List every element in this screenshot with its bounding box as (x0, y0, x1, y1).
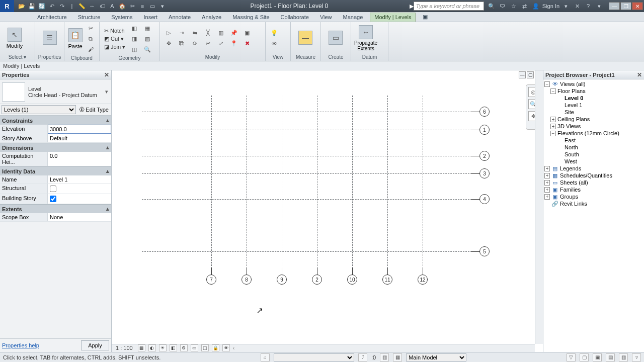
cut-button[interactable]: ◩Cut ▾ (103, 35, 127, 43)
measure-button[interactable]: — (294, 23, 317, 53)
expand-icon[interactable]: − (544, 81, 550, 87)
move-icon[interactable]: ✥ (163, 39, 174, 49)
shadows-icon[interactable]: ◧ (170, 344, 177, 351)
browser-close-icon[interactable]: ✕ (637, 71, 642, 78)
infocenter-icon[interactable]: 🔍 (487, 2, 496, 11)
elevation-input[interactable] (48, 125, 111, 134)
geom-e-icon[interactable]: ▨ (142, 34, 153, 44)
edit-type-button[interactable]: 🛈Edit Type (78, 106, 110, 113)
rotate-icon[interactable]: ⟳ (189, 39, 200, 49)
properties-button[interactable]: ☰ (38, 23, 61, 53)
measure-icon[interactable]: 📏 (77, 2, 87, 11)
sync-icon[interactable]: 🔄 (37, 2, 46, 11)
comp-height-value[interactable]: 0.0 (48, 152, 111, 160)
node-legends[interactable]: Legends (560, 165, 581, 171)
expand-icon[interactable]: + (550, 117, 556, 122)
expand-icon[interactable]: + (550, 124, 556, 129)
status-d-icon[interactable]: ▦ (393, 353, 402, 361)
copy-clipboard-icon[interactable]: ⧉ (85, 34, 96, 44)
reveal-icon[interactable]: 👁 (222, 344, 230, 351)
paste-button[interactable]: 📋Paste (67, 24, 83, 54)
tab-extra-icon[interactable]: ▣ (419, 13, 432, 22)
3d-icon[interactable]: 🏠 (118, 2, 127, 11)
geom-b-icon[interactable]: ◨ (129, 34, 140, 44)
view-max-icon[interactable]: ▢ (527, 71, 534, 78)
node-views[interactable]: Views (all) (560, 81, 586, 87)
undo-icon[interactable]: ↶ (47, 2, 56, 11)
collapse-icon[interactable]: ▴ (106, 117, 109, 124)
dimension-icon[interactable]: ↔ (88, 2, 97, 11)
help-dd-icon[interactable]: ▾ (595, 2, 604, 11)
view-scale[interactable]: 1 : 100 (114, 345, 135, 351)
node-groups[interactable]: Groups (560, 194, 578, 200)
name-value[interactable]: Level 1 (48, 175, 111, 184)
collapse-icon2[interactable]: ▴ (106, 144, 109, 151)
crop-icon[interactable]: ▭ (191, 344, 198, 351)
mirror-icon[interactable]: ⇋ (189, 28, 200, 38)
filter-icon[interactable]: ▽ (567, 353, 576, 361)
view-min-icon[interactable]: — (519, 71, 526, 78)
communicate-icon[interactable]: 🗨 (498, 2, 507, 11)
node-schedules[interactable]: Schedules/Quantities (560, 172, 612, 178)
grid-bubble[interactable]: 11 (382, 275, 392, 285)
section-icon[interactable]: ✂ (128, 2, 137, 11)
workset-combo[interactable]: Main Model (406, 353, 466, 361)
switch-window-icon[interactable]: ▾ (158, 2, 167, 11)
notch-button[interactable]: ✂Notch (103, 27, 127, 35)
node-3d[interactable]: 3D Views (557, 123, 581, 129)
match-icon[interactable]: 🖌 (85, 44, 96, 54)
node-site[interactable]: Site (565, 109, 574, 115)
thin-lines-icon[interactable]: ≡ (138, 2, 147, 11)
open-icon[interactable]: 📂 (17, 2, 26, 11)
grid-bubble[interactable]: 10 (347, 275, 357, 285)
delete-icon[interactable]: ✖ (242, 39, 253, 49)
expand-icon[interactable]: − (550, 88, 556, 94)
tab-analyze[interactable]: Analyze (198, 13, 225, 22)
search-input[interactable]: Type a keyword or phrase (414, 2, 484, 11)
properties-close-icon[interactable]: ✕ (104, 71, 109, 78)
expand-icon[interactable]: + (544, 166, 550, 171)
tab-insert[interactable]: Insert (140, 13, 162, 22)
status-b-icon[interactable]: ⤴ (358, 353, 367, 361)
save-icon[interactable]: 💾 (27, 2, 36, 11)
close-views-icon[interactable]: ▭ (148, 2, 157, 11)
properties-help-link[interactable]: Properties help (2, 342, 39, 348)
minimize-button[interactable]: — (609, 2, 620, 10)
grid-bubble[interactable]: 8 (242, 275, 252, 285)
pin-icon[interactable]: 📌 (228, 28, 239, 38)
split-icon[interactable]: ✂ (202, 39, 213, 49)
close-app-icon[interactable]: ✕ (573, 2, 582, 11)
tab-modify-levels[interactable]: Modify | Levels (370, 13, 416, 22)
grid-bubble[interactable]: 1 (479, 125, 490, 135)
status-combo1[interactable] (274, 353, 354, 361)
propagate-extents-button[interactable]: ↔Propagate Extents (354, 23, 377, 53)
node-sheets[interactable]: Sheets (all) (560, 179, 588, 186)
vertical-scrollbar[interactable] (535, 70, 543, 344)
status-g-icon[interactable]: ▤ (606, 353, 615, 361)
geom-a-icon[interactable]: ◧ (129, 23, 140, 33)
drawing-area[interactable]: 6123457892101112 — ▢ ✕ ◎ 🔍 ✥ 1 : 100 ▦ ◐… (112, 70, 543, 352)
status-c-icon[interactable]: ▥ (380, 353, 389, 361)
trim-icon[interactable]: ╳ (202, 28, 213, 38)
render-icon[interactable]: ⚙ (180, 344, 188, 351)
create-button[interactable]: ▭ (324, 23, 347, 53)
node-families[interactable]: Families (560, 187, 581, 193)
align-icon[interactable]: ▷ (163, 28, 174, 38)
app-logo[interactable]: R (0, 0, 14, 12)
geom-d-icon[interactable]: ▦ (142, 23, 153, 33)
offset-icon[interactable]: ⇥ (176, 28, 187, 38)
signin-label[interactable]: Sign In (542, 3, 559, 9)
grid-bubble[interactable]: 5 (479, 246, 490, 256)
expand-icon[interactable]: + (544, 194, 550, 200)
close-button[interactable]: ✕ (632, 2, 643, 10)
help-icon[interactable]: ? (584, 2, 593, 11)
story-above-value[interactable]: Default (48, 134, 111, 142)
modify-tool[interactable]: ↖Modify (3, 23, 26, 53)
redo-icon[interactable]: ↷ (57, 2, 66, 11)
scale-icon[interactable]: ⤢ (215, 39, 226, 49)
grid-bubble[interactable]: 2 (312, 275, 322, 285)
user-icon[interactable]: 👤 (531, 2, 540, 11)
group-icon[interactable]: ▣ (242, 28, 253, 38)
search-go-icon[interactable]: ▶ (410, 3, 414, 10)
structural-checkbox[interactable] (50, 186, 56, 192)
